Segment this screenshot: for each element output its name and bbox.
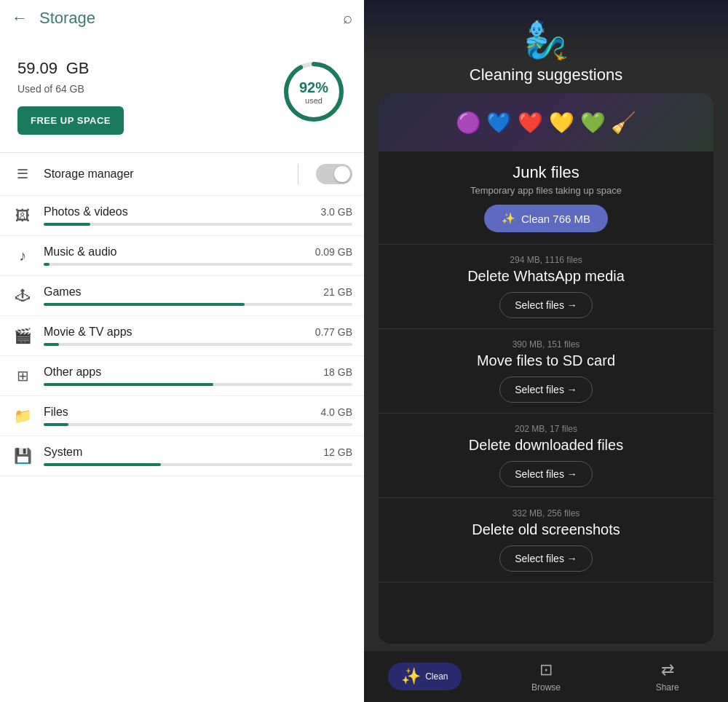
left-panel: ← Storage ⌕ 59.09 GB Used of 64 GB FREE … xyxy=(0,0,364,702)
suggestion-meta: 332 MB, 256 files xyxy=(393,508,699,518)
clean-nav-label: Clean xyxy=(425,671,448,682)
movie-icon: 🎬 xyxy=(12,325,33,347)
free-up-space-button[interactable]: FREE UP SPACE xyxy=(17,106,124,135)
progress-fill xyxy=(44,463,161,466)
nav-item-clean[interactable]: ✨ Clean xyxy=(364,663,486,690)
junk-subtitle: Temporary app files taking up space xyxy=(390,185,702,196)
circle-used-label: used xyxy=(299,95,328,104)
item-label: Music & audio xyxy=(44,245,117,259)
list-item[interactable]: 💾 System 12 GB xyxy=(0,436,364,476)
list-item[interactable]: 📁 Files 4.0 GB xyxy=(0,396,364,436)
storage-of-label: Used of 64 GB xyxy=(17,83,124,95)
suggestion-title: Delete WhatsApp media xyxy=(393,268,699,285)
games-icon: 🕹 xyxy=(12,285,33,307)
select-files-label: Select files → xyxy=(515,299,577,311)
select-files-button[interactable]: Select files → xyxy=(499,292,593,318)
progress-bg xyxy=(44,463,352,466)
card-banner: 🟣 💙 ❤️ 💛 💚 🧹 xyxy=(379,93,713,151)
list-item[interactable]: 🎬 Movie & TV apps 0.77 GB xyxy=(0,316,364,356)
suggestion-title: Move files to SD card xyxy=(393,352,699,369)
storage-manager-toggle[interactable] xyxy=(316,164,352,184)
back-icon[interactable]: ← xyxy=(12,9,28,28)
suggestion-meta: 390 MB, 151 files xyxy=(393,339,699,350)
left-header: ← Storage ⌕ xyxy=(0,0,364,36)
circle-percent: 92% xyxy=(299,79,328,95)
nav-item-browse[interactable]: ⊡ Browse xyxy=(486,660,607,693)
suggestion-whatsapp: 294 MB, 1116 files Delete WhatsApp media… xyxy=(379,245,713,329)
clean-label: Clean 766 MB xyxy=(521,213,590,225)
item-size: 12 GB xyxy=(323,446,352,458)
suggestion-title: Delete downloaded files xyxy=(393,437,699,454)
photos-icon: 🖼 xyxy=(12,205,33,226)
storage-circle: 92% used xyxy=(281,59,347,125)
list-item[interactable]: ⊞ Other apps 18 GB xyxy=(0,356,364,396)
item-content: Photos & videos 3.0 GB xyxy=(44,205,352,226)
item-size: 0.09 GB xyxy=(315,246,352,258)
clean-icon: ✨ xyxy=(502,212,515,225)
select-files-button[interactable]: Select files → xyxy=(499,461,593,487)
storage-used-amount: 59.09 GB xyxy=(17,48,124,79)
item-label: System xyxy=(44,446,82,459)
junk-section: Junk files Temporary app files taking up… xyxy=(379,151,713,245)
toggle-divider xyxy=(298,164,298,184)
junk-title: Junk files xyxy=(390,163,702,182)
list-item[interactable]: 🕹 Games 21 GB xyxy=(0,276,364,316)
browse-nav-label: Browse xyxy=(531,682,561,693)
progress-fill xyxy=(44,223,90,226)
system-icon: 💾 xyxy=(12,445,33,467)
item-size: 4.0 GB xyxy=(320,406,352,418)
select-files-label: Select files → xyxy=(515,468,577,480)
share-nav-label: Share xyxy=(656,682,679,693)
item-content: Games 21 GB xyxy=(44,285,352,306)
manager-icon: ☰ xyxy=(12,163,33,185)
select-files-label: Select files → xyxy=(515,553,577,564)
item-size: 18 GB xyxy=(323,366,352,378)
progress-bg xyxy=(44,263,352,266)
item-label: Files xyxy=(44,406,68,419)
select-files-button[interactable]: Select files → xyxy=(499,376,593,403)
other-apps-icon: ⊞ xyxy=(12,365,33,387)
clean-junk-button[interactable]: ✨ Clean 766 MB xyxy=(484,205,608,232)
progress-bg xyxy=(44,343,352,346)
item-content: Other apps 18 GB xyxy=(44,366,352,386)
progress-bg xyxy=(44,303,352,306)
suggestions-card: 🟣 💙 ❤️ 💛 💚 🧹 Junk files Temporary app fi… xyxy=(379,93,713,644)
search-icon[interactable]: ⌕ xyxy=(343,9,352,28)
banner-icons: 🟣 💙 ❤️ 💛 💚 🧹 xyxy=(456,111,637,135)
storage-manager-row: ☰ Storage manager xyxy=(0,153,364,196)
suggestion-screenshots: 332 MB, 256 files Delete old screenshots… xyxy=(379,498,713,583)
item-label: Other apps xyxy=(44,366,101,379)
storage-info: 59.09 GB Used of 64 GB FREE UP SPACE xyxy=(17,48,124,135)
progress-bg xyxy=(44,383,352,386)
suggestion-downloads: 202 MB, 17 files Delete downloaded files… xyxy=(379,414,713,498)
mascot-area: 🧞‍♂️ xyxy=(364,0,728,58)
nav-item-share[interactable]: ⇄ Share xyxy=(606,660,728,693)
suggestion-meta: 202 MB, 17 files xyxy=(393,424,699,434)
storage-summary: 59.09 GB Used of 64 GB FREE UP SPACE 92%… xyxy=(0,36,364,152)
right-panel: 🧞‍♂️ Cleaning suggestions 🟣 💙 ❤️ 💛 💚 🧹 J… xyxy=(364,0,728,702)
mascot-icon: 🧞‍♂️ xyxy=(523,22,569,58)
item-content: Files 4.0 GB xyxy=(44,406,352,426)
circle-label: 92% used xyxy=(299,79,328,104)
progress-fill xyxy=(44,423,68,426)
clean-nav-icon: ✨ xyxy=(401,667,421,686)
select-files-label: Select files → xyxy=(515,384,577,395)
storage-list: ☰ Storage manager 🖼 Photos & videos 3.0 … xyxy=(0,153,364,702)
suggestion-sdcard: 390 MB, 151 files Move files to SD card … xyxy=(379,329,713,414)
item-size: 3.0 GB xyxy=(320,206,352,218)
select-files-button[interactable]: Select files → xyxy=(499,545,593,572)
files-icon: 📁 xyxy=(12,405,33,427)
header-left: ← Storage xyxy=(12,9,95,28)
item-size: 0.77 GB xyxy=(315,326,352,338)
suggestion-meta: 294 MB, 1116 files xyxy=(393,255,699,265)
item-label: Movie & TV apps xyxy=(44,326,132,339)
item-content: System 12 GB xyxy=(44,446,352,466)
cleaning-title: Cleaning suggestions xyxy=(470,66,622,84)
list-item[interactable]: ♪ Music & audio 0.09 GB xyxy=(0,236,364,276)
bottom-nav: ✨ Clean ⊡ Browse ⇄ Share xyxy=(364,651,728,702)
progress-bg xyxy=(44,223,352,226)
music-icon: ♪ xyxy=(12,245,33,267)
list-item[interactable]: 🖼 Photos & videos 3.0 GB xyxy=(0,196,364,236)
share-nav-icon: ⇄ xyxy=(661,660,674,679)
item-size: 21 GB xyxy=(323,286,352,298)
